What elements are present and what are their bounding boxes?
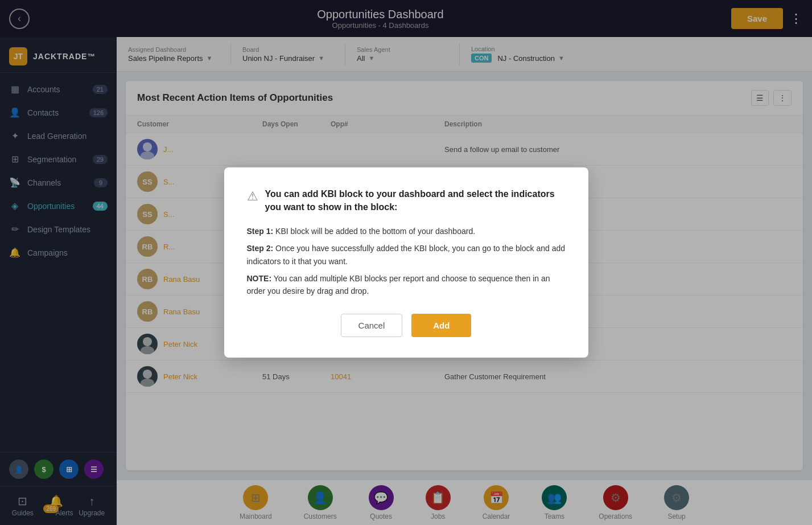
note-label: NOTE: (247, 274, 272, 283)
step1-label: Step 1: (247, 227, 274, 236)
modal-overlay: ⚠ You can add KBI block to your dashboar… (0, 0, 812, 525)
step2-label: Step 2: (247, 244, 274, 253)
warning-icon: ⚠ (247, 189, 258, 204)
cancel-button[interactable]: Cancel (341, 314, 403, 337)
modal-note: NOTE: You can add multiple KBI blocks pe… (247, 272, 566, 298)
modal-header: ⚠ You can add KBI block to your dashboar… (247, 188, 566, 214)
modal-main-text: You can add KBI block to your dashboard … (265, 188, 566, 214)
add-button[interactable]: Add (411, 314, 471, 337)
modal-step1: Step 1: KBI block will be added to the b… (247, 225, 566, 237)
modal-dialog: ⚠ You can add KBI block to your dashboar… (224, 167, 588, 358)
note-text: You can add multiple KBI blocks per repo… (247, 274, 550, 296)
step2-text: Once you have successfully added the KBI… (247, 244, 566, 265)
modal-step2: Step 2: Once you have successfully added… (247, 242, 566, 268)
step1-text: KBI block will be added to the bottom of… (273, 227, 475, 236)
modal-buttons: Cancel Add (247, 314, 566, 337)
